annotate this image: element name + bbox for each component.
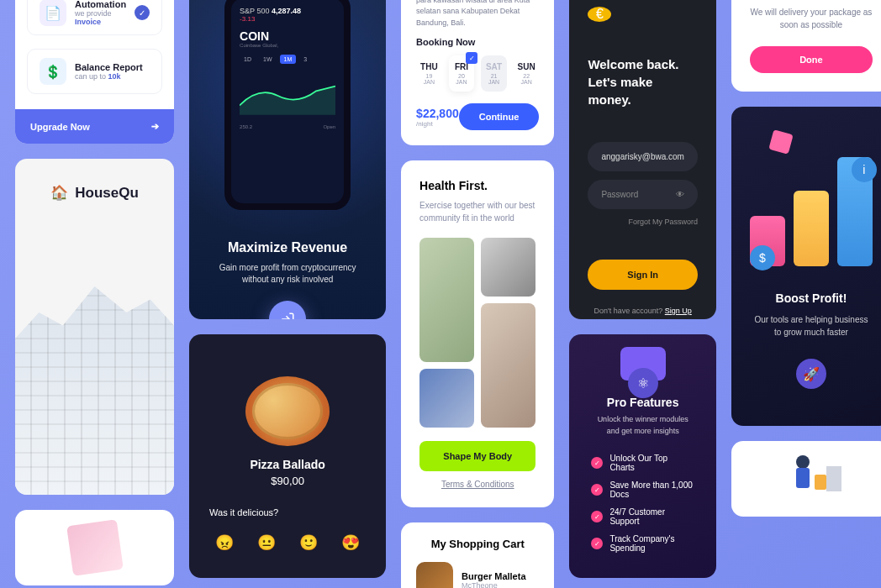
pro-feature: ✓Unlock Our Top Charts: [591, 454, 694, 472]
receipt-icon: [66, 519, 124, 576]
shape-body-button[interactable]: Shape My Body: [419, 441, 535, 471]
burger-image: [416, 562, 453, 588]
balance-icon: 💲: [40, 58, 66, 85]
signin-button[interactable]: Sign In: [588, 260, 698, 290]
success-card: Success Order We will delivery your pack…: [731, 0, 881, 92]
coin-symbol: COIN: [240, 29, 335, 43]
bar-chart: $ i: [750, 132, 873, 266]
feature-balance[interactable]: 💲 Balance Report can up to 10k: [27, 49, 162, 94]
crypto-card: S&P 500 4,287.48 -3.13 COIN Coinbase Glo…: [189, 0, 386, 319]
day-fri[interactable]: ✓FRI20 JAN: [449, 55, 475, 92]
item-vendor: McTheone: [462, 581, 525, 588]
dish-price: $90,00: [209, 475, 366, 487]
login-card: € Welcome back.Let's make money. anggari…: [569, 0, 716, 319]
automation-icon: 📄: [40, 0, 66, 26]
emoji-rating: 😠 😐 🙂 😍: [209, 528, 366, 558]
booking-desc: Pantai Pandawa adalah salah satu para ka…: [416, 0, 539, 29]
check-icon: ✓: [135, 5, 150, 20]
ticker-change: -3.13: [240, 15, 335, 23]
health-card: Health First. Exercise together with our…: [401, 160, 554, 507]
crypto-title: Maximize Revenue: [228, 240, 347, 255]
emoji-happy[interactable]: 🙂: [293, 528, 324, 558]
features-card: 📄 Automation we provide Invoice ✓ 💲 Bala…: [15, 0, 174, 144]
feature-title: Automation: [75, 0, 126, 9]
continue-button[interactable]: Continue: [459, 103, 540, 130]
emoji-love[interactable]: 😍: [335, 528, 366, 558]
housequ-logo: 🏠 HouseQu: [15, 184, 174, 202]
pro-feature: ✓Track Company's Spending: [591, 534, 694, 553]
day-thu[interactable]: THU19 JAN: [416, 55, 442, 92]
eye-icon[interactable]: 👁: [676, 190, 684, 199]
euro-icon: €: [588, 7, 611, 22]
done-button[interactable]: Done: [750, 46, 873, 73]
pro-icon: ⚛: [614, 368, 673, 381]
pizza-card: Pizza Ballado $90,00 Was it delicious? 😠…: [189, 334, 386, 578]
booking-per: /night: [416, 120, 459, 128]
rating-question: Was it delicious?: [209, 507, 366, 517]
stock-chart: [240, 71, 335, 121]
svg-rect-3: [826, 466, 841, 491]
bar: [794, 191, 829, 266]
check-icon: ✓: [591, 457, 603, 469]
check-icon: ✓: [591, 484, 603, 496]
info-icon: i: [852, 157, 877, 182]
dish-name: Pizza Ballado: [209, 458, 366, 471]
day-sun[interactable]: SUN22 JAN: [514, 55, 540, 92]
boost-sub: Our tools are helping business to grow m…: [750, 313, 873, 339]
pizza-image: [245, 376, 330, 446]
dollar-icon: $: [750, 245, 775, 270]
emoji-angry[interactable]: 😠: [209, 528, 240, 558]
feature-sub: can up to 10k: [75, 72, 150, 81]
forgot-link[interactable]: Forgot My Password: [588, 218, 698, 226]
time-tabs[interactable]: 1D1W1M3: [240, 55, 335, 64]
svg-rect-1: [796, 468, 810, 488]
booking-label: Booking Now: [416, 37, 539, 47]
pro-sub: Unlock the winner modules and get more i…: [591, 414, 694, 437]
shopping-illustration: [778, 449, 845, 508]
feature-automation[interactable]: 📄 Automation we provide Invoice ✓: [27, 0, 162, 35]
svg-rect-2: [815, 475, 826, 490]
terms-link[interactable]: Terms & Conditions: [419, 480, 535, 489]
illustration-card[interactable]: [731, 441, 881, 517]
check-icon: ✓: [466, 52, 477, 64]
day-sat: SAT21 JAN: [481, 55, 507, 92]
cart-card: My Shopping Cart Burger Malleta McTheone: [401, 522, 554, 588]
success-sub: We will delivery your package as soon as…: [750, 6, 873, 31]
check-icon: ✓: [591, 538, 603, 549]
health-title: Health First.: [419, 179, 535, 192]
house-icon: 🏠: [50, 184, 68, 202]
welcome-title: Welcome back.Let's make money.: [588, 55, 698, 108]
pro-feature: ✓24/7 Customer Support: [591, 507, 694, 526]
cart-item[interactable]: Burger Malleta McTheone: [416, 562, 539, 588]
email-input[interactable]: anggarisky@bwa.com: [588, 142, 698, 171]
fitness-image: [481, 238, 535, 297]
signup-link[interactable]: Sign Up: [665, 307, 692, 315]
health-sub: Exercise together with our best communit…: [419, 199, 535, 224]
cart-title: My Shopping Cart: [416, 538, 539, 550]
svg-point-0: [796, 455, 810, 469]
signup-prompt: Don't have account? Sign Up: [588, 307, 698, 315]
feature-sub: we provide Invoice: [75, 9, 126, 26]
feature-title: Balance Report: [75, 62, 150, 72]
crypto-desc: Gain more profit from cryptocurrency wit…: [206, 262, 369, 286]
card-icon: [768, 129, 793, 154]
rocket-button[interactable]: 🚀: [796, 359, 826, 389]
fitness-image: [481, 303, 535, 428]
boost-card: $ i Boost Profit! Our tools are helping …: [731, 107, 881, 426]
building-image: [15, 234, 174, 495]
boost-title: Boost Profit!: [750, 291, 873, 305]
housequ-card[interactable]: 🏠 HouseQu: [15, 159, 174, 495]
check-icon: ✓: [591, 511, 603, 522]
upgrade-button[interactable]: Upgrade Now ➔: [15, 109, 174, 144]
password-input[interactable]: Password👁: [588, 180, 698, 209]
fitness-image: [419, 238, 474, 362]
item-name: Burger Malleta: [462, 571, 525, 581]
receipt-card[interactable]: [15, 510, 174, 585]
fitness-image: [419, 369, 474, 428]
phone-mockup: S&P 500 4,287.48 -3.13 COIN Coinbase Glo…: [224, 0, 351, 210]
booking-card: Pantai Pandawa adalah salah satu para ka…: [401, 0, 554, 145]
pro-feature: ✓Save More than 1,000 Docs: [591, 480, 694, 499]
booking-price: $22,800: [416, 107, 459, 120]
emoji-neutral[interactable]: 😐: [251, 528, 282, 558]
pro-card: ⚛ Pro Features Unlock the winner modules…: [569, 334, 716, 578]
